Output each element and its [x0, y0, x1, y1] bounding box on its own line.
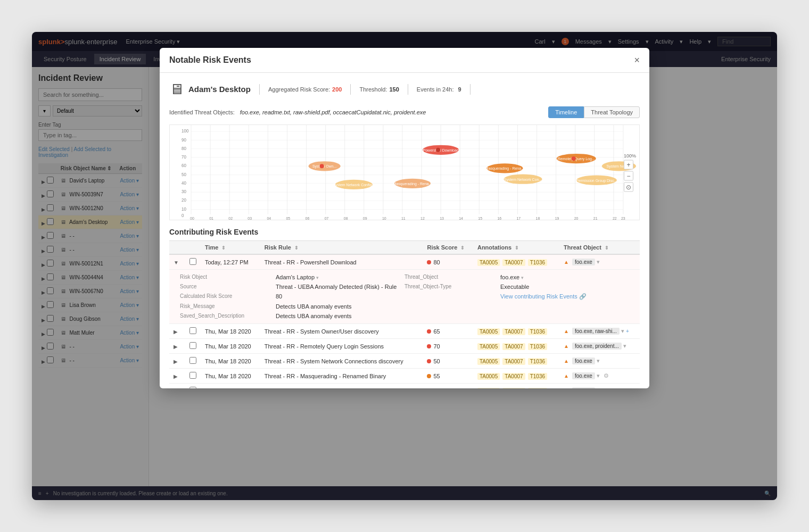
- svg-text:50: 50: [181, 172, 186, 177]
- row-checkbox[interactable]: [189, 342, 196, 349]
- warning-icon: ▲: [564, 259, 569, 265]
- svg-point-71: [320, 164, 324, 168]
- zoom-reset-button[interactable]: ⊙: [624, 182, 633, 192]
- threat-object-tag: foo.exe, proident...: [572, 343, 622, 350]
- svg-text:Remotely Query Log...: Remotely Query Log...: [558, 157, 595, 161]
- detail-val-empty2: [500, 303, 629, 310]
- chevron-down-icon[interactable]: ▾: [623, 343, 626, 349]
- expand-button[interactable]: ▼: [174, 260, 179, 265]
- row-checkbox[interactable]: [189, 327, 196, 334]
- row-risk-score: 55: [423, 384, 473, 389]
- svg-text:13: 13: [440, 217, 444, 220]
- svg-text:Permission Group Disc...: Permission Group Disc...: [576, 179, 617, 183]
- svg-text:22: 22: [613, 217, 617, 220]
- svg-text:21: 21: [593, 217, 598, 220]
- svg-text:0: 0: [181, 213, 184, 218]
- svg-text:90: 90: [181, 137, 186, 142]
- svg-text:System Network Con...: System Network Con...: [504, 178, 542, 182]
- detail-val-empty3: [500, 313, 629, 319]
- chart-svg: 100 90 80 70 60 50 40 30 20 10 0: [170, 125, 639, 220]
- warning-icon: ▲: [564, 373, 569, 379]
- zoom-in-button[interactable]: +: [624, 160, 633, 170]
- svg-text:Masquerading - Rena...: Masquerading - Rena...: [393, 182, 432, 186]
- warning-icon: ▲: [564, 388, 569, 388]
- view-tabs: Timeline Threat Topology: [548, 106, 640, 118]
- detail-label-empty3: [404, 313, 500, 319]
- chevron-down-icon[interactable]: ▾: [597, 259, 600, 265]
- risk-score-stat: Aggregated Risk Score: 200: [268, 86, 342, 93]
- modal-body: 🖥 Adam's Desktop Aggregated Risk Score: …: [160, 73, 649, 388]
- row-risk-rule: Threat - RR - Powershell Download: [260, 254, 423, 270]
- view-contributing-link[interactable]: View contributing Risk Events 🔗: [500, 293, 629, 300]
- annotation-tag: TA0005: [477, 358, 500, 365]
- row-risk-rule: Threat - RR - System Network Connections…: [260, 354, 423, 369]
- warning-icon: ▲: [564, 358, 569, 364]
- detail-label-source: Source: [180, 284, 276, 290]
- row-risk-score: 70: [423, 339, 473, 354]
- desktop-icon: 🖥: [169, 80, 184, 98]
- row-checkbox[interactable]: [189, 387, 196, 388]
- col-threat-object[interactable]: Threat Object ⇕: [559, 241, 640, 255]
- col-risk-score[interactable]: Risk Score ⇕: [423, 241, 473, 255]
- col-time[interactable]: Time ⇕: [201, 241, 260, 255]
- svg-text:08: 08: [344, 217, 348, 220]
- row-risk-rule: Threat - RR - Masquerading - Renamed Bin…: [260, 369, 423, 384]
- warning-icon: ▲: [564, 343, 569, 349]
- svg-text:01: 01: [209, 217, 213, 220]
- annotation-tag: T1036: [528, 358, 547, 365]
- table-row: ▶ Thu, Mar 18 2020 Threat - RR - System …: [169, 324, 640, 339]
- svg-text:40: 40: [181, 181, 186, 186]
- row-checkbox[interactable]: [189, 357, 196, 364]
- table-row: ▼ Today, 12:27 PM Threat - RR - Powershe…: [169, 254, 640, 270]
- detail-label-saved-search: Saved_Search_Description: [180, 313, 276, 319]
- row-annotations: TA0005 TA0007 T1036: [473, 324, 559, 339]
- notable-risk-modal: Notable Risk Events × 🖥 Adam's Desktop A…: [160, 48, 649, 388]
- col-risk-rule[interactable]: Risk Rule ⇕: [260, 241, 423, 255]
- svg-text:System Own...: System Own...: [312, 164, 337, 169]
- expand-button[interactable]: ▶: [174, 359, 178, 364]
- contributing-title: Contributing Risk Events: [169, 228, 640, 236]
- row-checkbox[interactable]: [189, 372, 196, 379]
- svg-text:02: 02: [228, 217, 233, 220]
- expand-button[interactable]: ▶: [174, 373, 178, 379]
- warning-icon: ▲: [564, 328, 569, 334]
- row-annotations: TA0005 TA0007 T1036: [473, 254, 559, 270]
- svg-text:30: 30: [181, 189, 186, 194]
- expand-button[interactable]: ▶: [174, 329, 178, 335]
- tab-threat-topology[interactable]: Threat Topology: [584, 106, 640, 118]
- col-annotations[interactable]: Annotations ⇕: [473, 241, 559, 255]
- row-time: Today, 12:27 PM: [201, 254, 260, 270]
- detail-val-threat-type: Executable: [500, 284, 629, 290]
- detail-label-calc-score: Calculated Risk Score: [180, 293, 276, 300]
- zoom-out-button[interactable]: −: [624, 171, 633, 181]
- svg-text:70: 70: [181, 155, 186, 160]
- annotation-tag: TA0007: [502, 388, 525, 389]
- row-checkbox[interactable]: [189, 258, 196, 265]
- annotation-tag: TA0005: [477, 328, 500, 335]
- expand-button[interactable]: ▶: [174, 388, 178, 389]
- close-button[interactable]: ×: [634, 55, 640, 65]
- gear-icon[interactable]: ⚙: [604, 372, 609, 379]
- chevron-down-icon[interactable]: ▾: [597, 387, 600, 388]
- tab-timeline[interactable]: Timeline: [548, 106, 584, 118]
- chevron-down-icon[interactable]: ▾: [597, 358, 600, 364]
- table-row: ▶ Thu, Mar 18 2020 Threat - RR - Masquer…: [169, 369, 640, 384]
- modal-title: Notable Risk Events: [169, 55, 251, 65]
- detail-grid: Risk Object Adam's Laptop ▾ Threat_Objec…: [169, 270, 640, 323]
- detail-label-risk-object: Risk Object: [180, 274, 276, 280]
- expand-button[interactable]: ▶: [174, 344, 178, 350]
- svg-text:Masquerading - Rena...: Masquerading - Rena...: [485, 167, 524, 171]
- svg-point-76: [436, 148, 440, 152]
- chevron-down-icon[interactable]: ▾: [621, 328, 624, 334]
- chevron-down-icon[interactable]: ▾: [597, 372, 600, 379]
- annotation-tag: T1036: [528, 259, 547, 266]
- annotation-tag: TA0005: [477, 259, 500, 266]
- svg-text:18: 18: [536, 217, 540, 220]
- row-threat-object: ▲ foo.exe ▾: [559, 384, 640, 389]
- divider: [470, 84, 470, 95]
- modal-header: Notable Risk Events ×: [160, 48, 649, 73]
- svg-text:17: 17: [516, 217, 521, 220]
- row-threat-object: ▲ foo.exe ▾: [559, 254, 640, 270]
- svg-text:15: 15: [478, 217, 482, 220]
- svg-text:19: 19: [555, 217, 559, 220]
